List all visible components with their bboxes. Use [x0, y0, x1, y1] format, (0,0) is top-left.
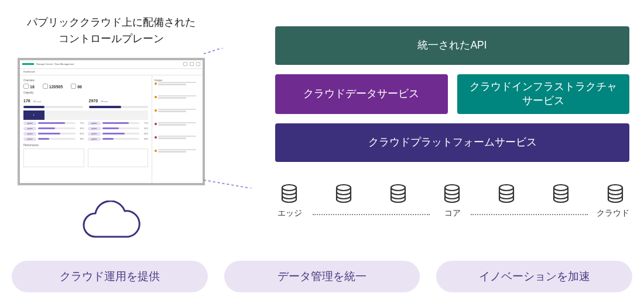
list-item-pct: 45%	[77, 127, 84, 130]
list-item-pct: 30%	[141, 138, 148, 140]
svg-point-5	[445, 185, 459, 191]
svg-point-6	[499, 185, 513, 191]
db-label-cloud: クラウド	[597, 208, 629, 219]
db-label-core: コア	[444, 208, 461, 219]
system-chip: system	[23, 137, 36, 141]
list-item: system30%	[88, 137, 149, 141]
block-cloud-data-services-label: クラウドデータサービス	[303, 87, 419, 101]
edge-core-cloud-row: エッジ コア クラウド	[275, 184, 629, 221]
svg-line-1	[204, 180, 278, 188]
dashboard-topbar-tools	[183, 62, 203, 66]
dashboard-tabs: 1	[23, 110, 148, 120]
dashboard-page-label: Dashboard	[20, 69, 203, 75]
dashboard-screenshot: Storage Central · Data Management Dashbo…	[18, 58, 205, 185]
svg-line-0	[204, 48, 278, 54]
issue-item	[155, 122, 200, 133]
capacity-2-fill	[89, 106, 122, 108]
issue-item	[155, 109, 200, 119]
issue-item	[155, 149, 200, 160]
pill-cloud-ops-label: クラウド運用を提供	[60, 269, 160, 284]
issues-list	[155, 82, 200, 160]
list-item-pct: 30%	[77, 138, 84, 140]
database-icon	[550, 184, 571, 205]
capacity-1-unit: TiB used	[33, 101, 41, 103]
list-item: system60%	[88, 132, 149, 136]
system-chip: system	[88, 127, 101, 130]
list-item-pct: 72%	[141, 122, 148, 125]
system-chip: system	[88, 132, 101, 136]
database-icon	[605, 184, 626, 205]
list-item: system45%	[23, 127, 84, 130]
database-icon	[388, 184, 409, 205]
control-plane-title: パブリッククラウド上に配備された コントロールプレーン	[12, 15, 211, 47]
system-chip: system	[23, 127, 36, 130]
pill-cloud-ops: クラウド運用を提供	[12, 261, 208, 292]
list-item-pct: 45%	[141, 127, 148, 130]
stat-2: 120505	[49, 85, 63, 89]
block-cloud-infra-line2: サービス	[522, 95, 564, 106]
capacity-2-unit: TiB total	[101, 101, 108, 103]
block-cloud-platform-services: クラウドプラットフォームサービス	[275, 123, 629, 162]
control-plane-title-line2: コントロールプレーン	[59, 33, 164, 44]
list-item: system72%	[88, 122, 149, 125]
svg-point-3	[337, 185, 351, 191]
list-item: system45%	[88, 127, 149, 130]
services-stack: 統一されたAPI クラウドデータサービス クラウドインフラストラクチャ サービス…	[275, 26, 629, 162]
issue-item	[155, 95, 200, 106]
system-chip: system	[88, 122, 101, 125]
perspective-lines	[201, 48, 278, 188]
benefit-pill-row: クラウド運用を提供 データ管理を統一 イノベーションを加速	[12, 261, 632, 292]
list-item: system60%	[23, 132, 84, 136]
system-chip: system	[23, 132, 36, 136]
block-cloud-infra-services: クラウドインフラストラクチャ サービス	[457, 74, 630, 114]
dashboard-tab-active: 1	[23, 110, 44, 120]
performance-charts	[23, 148, 148, 167]
pill-unify-data-label: データ管理を統一	[278, 269, 366, 284]
db-dots-right	[471, 214, 588, 215]
system-chip: system	[23, 122, 36, 125]
list-item: system30%	[23, 137, 84, 141]
performance-label: Performance	[23, 144, 148, 147]
pill-accelerate-innovation: イノベーションを加速	[436, 261, 632, 292]
db-label-edge: エッジ	[278, 208, 302, 219]
cloud-icon-wrap	[12, 201, 211, 247]
block-unified-api: 統一されたAPI	[275, 26, 629, 65]
overview-stats: 18 120505 66	[23, 83, 148, 89]
block-cloud-infra-line1: クラウドインフラストラクチャ	[470, 81, 617, 92]
list-item: system72%	[23, 122, 84, 125]
stat-3: 66	[77, 85, 82, 89]
pill-unify-data: データ管理を統一	[224, 261, 420, 292]
overview-label: Overview	[23, 79, 148, 82]
cloud-icon	[73, 201, 149, 247]
database-icon	[279, 184, 300, 205]
database-icon	[441, 184, 463, 205]
dashboard-topbar: Storage Central · Data Management	[20, 60, 203, 69]
svg-point-4	[391, 185, 405, 191]
pill-accelerate-innovation-label: イノベーションを加速	[479, 269, 590, 284]
block-cloud-platform-services-label: クラウドプラットフォームサービス	[368, 136, 537, 150]
capacity-1-fill	[23, 106, 44, 108]
list-item-pct: 60%	[141, 133, 148, 135]
svg-point-7	[554, 185, 568, 191]
control-plane-column: パブリッククラウド上に配備された コントロールプレーン Storage Cent…	[12, 15, 211, 247]
capacity-bars: 176 TiB used 2970 TiB total	[23, 94, 148, 108]
dashboard-lists: system72%system45%system60%system30% sys…	[23, 122, 148, 143]
svg-point-2	[282, 185, 296, 191]
issue-item	[155, 136, 200, 146]
system-chip: system	[88, 137, 101, 141]
capacity-2-value: 2970	[89, 99, 98, 103]
brand-mark	[22, 63, 34, 65]
issue-item	[155, 82, 200, 92]
database-icon	[496, 184, 517, 205]
database-icon	[333, 184, 354, 205]
list-item-pct: 72%	[77, 122, 84, 125]
list-item-pct: 60%	[77, 133, 84, 135]
capacity-1-value: 176	[23, 99, 30, 103]
database-icons	[275, 184, 629, 205]
dashboard-brand-title: Storage Central · Data Management	[36, 63, 74, 65]
db-dots-left	[313, 214, 430, 215]
block-unified-api-label: 統一されたAPI	[417, 39, 487, 53]
control-plane-title-line1: パブリッククラウド上に配備された	[27, 16, 196, 28]
stat-1: 18	[30, 85, 35, 89]
svg-point-8	[608, 185, 622, 191]
